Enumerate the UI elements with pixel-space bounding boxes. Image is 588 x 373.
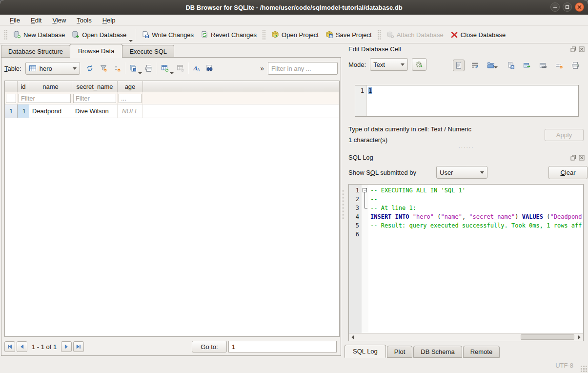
print-icon[interactable] (571, 62, 579, 69)
open-project-button[interactable]: Open Project (268, 29, 322, 41)
left-pane: Database Structure Browse Data Execute S… (0, 43, 343, 358)
clear-sorting-icon[interactable] (113, 64, 121, 72)
clear-filters-icon[interactable] (100, 64, 107, 72)
auto-switch-mode-button[interactable] (412, 58, 426, 71)
format-font-icon[interactable]: AA (193, 64, 201, 72)
import-data-button[interactable] (487, 62, 499, 69)
write-changes-icon (142, 31, 149, 39)
toolbar-overflow-chevron[interactable]: » (258, 64, 266, 72)
resize-grip[interactable] (580, 365, 587, 372)
sql-source-selector[interactable]: User (436, 166, 487, 179)
menu-help[interactable]: Help (98, 16, 121, 25)
table-selector-value: hero (40, 65, 52, 72)
copy-dropdown-icon[interactable] (138, 72, 142, 74)
toolbar-drag-handle[interactable] (262, 29, 266, 40)
encoding-indicator[interactable]: UTF-8 (555, 362, 573, 369)
tab-database-structure[interactable]: Database Structure (1, 45, 70, 58)
menu-tools[interactable]: Tools (72, 16, 96, 25)
table-selector[interactable]: hero (25, 62, 80, 75)
previous-page-icon (19, 344, 25, 350)
close-panel-icon[interactable] (578, 154, 585, 161)
gear-apply-icon (415, 61, 423, 68)
refresh-icon[interactable] (86, 64, 94, 72)
cell-type-info: Type of data currently in cell: Text / N… (348, 125, 471, 133)
last-page-button[interactable] (73, 341, 84, 352)
word-wrap-icon[interactable] (471, 62, 479, 69)
maximize-button[interactable] (563, 2, 572, 12)
find-icon[interactable] (205, 64, 213, 72)
float-panel-icon[interactable] (570, 46, 577, 53)
minimize-button[interactable] (550, 2, 560, 12)
float-panel-icon[interactable] (570, 154, 577, 161)
write-changes-button[interactable]: Write Changes (138, 29, 197, 41)
open-database-button[interactable]: Open Database (68, 29, 130, 41)
menu-edit[interactable]: Edit (26, 16, 46, 25)
new-database-button[interactable]: New Database (10, 29, 68, 41)
filter-age-input[interactable] (119, 94, 142, 103)
tab-db-schema[interactable]: DB Schema (413, 346, 462, 358)
filter-secret-name-input[interactable] (73, 94, 116, 103)
close-panel-icon[interactable] (578, 46, 585, 53)
save-project-button[interactable]: Save Project (322, 29, 375, 41)
tab-execute-sql[interactable]: Execute SQL (122, 45, 174, 58)
export-data-icon[interactable] (507, 62, 515, 69)
goto-input[interactable] (228, 341, 337, 352)
insert-record-dropdown-icon[interactable] (170, 72, 174, 74)
cell-age[interactable]: NULL (118, 104, 143, 118)
cell-value-editor[interactable]: 1 1 (355, 85, 579, 117)
copy-icon[interactable] (129, 64, 137, 72)
tab-sql-log[interactable]: SQL Log (345, 345, 386, 358)
filter-rowid-input[interactable] (6, 94, 16, 103)
insert-record-icon[interactable] (161, 64, 169, 72)
scrollbar-thumb[interactable] (521, 334, 574, 340)
toolbar-drag-handle[interactable] (4, 29, 8, 40)
row-header[interactable]: 1 (5, 104, 18, 118)
open-database-dropdown-icon[interactable] (129, 40, 133, 42)
menu-view[interactable]: View (47, 16, 71, 25)
set-null-icon[interactable] (555, 62, 563, 69)
column-header-id[interactable]: id (18, 81, 29, 92)
cell-name[interactable]: Deadpond (29, 104, 72, 118)
column-header-secret-name[interactable]: secret_name (72, 81, 118, 92)
import-dropdown-icon[interactable] (494, 66, 498, 68)
column-header-name[interactable]: name (29, 81, 72, 92)
cell-editor-value[interactable]: 1 (368, 87, 372, 94)
filter-name-input[interactable] (19, 94, 71, 103)
dock-splitter-handle[interactable]: ······ (345, 146, 588, 149)
window-title: DB Browser for SQLite - /home/user/code/… (185, 4, 402, 11)
clear-log-button[interactable]: Clear (548, 166, 588, 179)
print-icon[interactable] (145, 64, 153, 72)
main-area: Database Structure Browse Data Execute S… (0, 43, 588, 358)
goto-button[interactable]: Go to: (192, 341, 227, 352)
first-page-button[interactable] (4, 341, 15, 352)
previous-page-button[interactable] (17, 341, 27, 352)
scroll-left-icon[interactable] (349, 333, 357, 341)
link-icon[interactable] (539, 62, 547, 69)
scroll-right-icon[interactable] (575, 333, 583, 341)
main-tabs: Database Structure Browse Data Execute S… (1, 44, 174, 58)
text-mode-toggle[interactable] (453, 60, 465, 71)
filter-any-column-input[interactable] (268, 62, 338, 75)
tab-plot[interactable]: Plot (387, 346, 412, 358)
revert-changes-button[interactable]: Revert Changes (197, 29, 260, 41)
menubar: File Edit View Tools Help (0, 15, 588, 26)
horizontal-scrollbar[interactable] (349, 333, 583, 341)
toolbar-drag-handle[interactable] (377, 29, 381, 40)
mode-selector[interactable]: Text (370, 58, 408, 71)
mode-label: Mode: (348, 61, 366, 68)
tab-browse-data[interactable]: Browse Data (70, 44, 122, 58)
tab-remote[interactable]: Remote (463, 346, 500, 358)
toolbar-separator (125, 62, 125, 74)
close-database-button[interactable]: Close Database (447, 29, 509, 41)
cell-id[interactable]: 1 (18, 104, 29, 118)
column-header-age[interactable]: age (118, 81, 143, 92)
toolbar-separator (157, 62, 157, 74)
next-page-button[interactable] (61, 341, 72, 352)
cell-secret-name[interactable]: Dive Wilson (72, 104, 118, 118)
menu-file[interactable]: File (5, 16, 25, 25)
close-button[interactable] (575, 2, 584, 12)
sql-log-code[interactable]: -- EXECUTING ALL IN 'SQL 1'---- At line … (368, 185, 583, 333)
sql-log-editor[interactable]: 123456 − -- EXECUTING ALL IN 'SQL 1'----… (348, 184, 584, 341)
fold-collapse-icon[interactable]: − (363, 188, 367, 192)
open-in-external-icon[interactable] (523, 62, 531, 69)
